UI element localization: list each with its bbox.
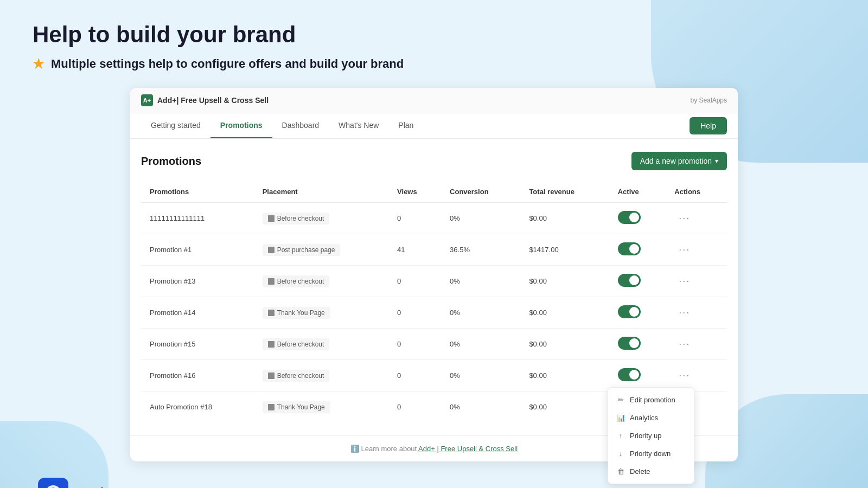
footer-text: Learn more about bbox=[361, 445, 419, 453]
active-toggle[interactable] bbox=[618, 305, 641, 318]
table-header-row: Promotions Placement Views Conversion To… bbox=[141, 181, 727, 203]
app-main: Promotions Add a new promotion ▾ Promoti… bbox=[130, 139, 738, 435]
row-views: 0 bbox=[388, 391, 441, 423]
table-row: Promotion #14Thank You Page00%$0.00··· bbox=[141, 297, 727, 329]
active-toggle[interactable] bbox=[618, 274, 641, 287]
row-revenue: $0.00 bbox=[520, 203, 609, 234]
footer-link[interactable]: Add+ | Free Upsell & Cross Sell bbox=[418, 445, 518, 453]
row-revenue: $1417.00 bbox=[520, 234, 609, 266]
table-wrapper: Promotions Placement Views Conversion To… bbox=[141, 181, 727, 422]
context-menu-analytics[interactable]: 📊 Analytics bbox=[608, 409, 694, 427]
row-views: 0 bbox=[388, 360, 441, 391]
placement-icon bbox=[268, 278, 275, 285]
app-nav: Getting started Promotions Dashboard Wha… bbox=[130, 113, 738, 139]
placement-badge: Thank You Page bbox=[263, 401, 330, 413]
row-promotion-name: Promotion #13 bbox=[141, 266, 254, 297]
context-menu-edit[interactable]: ✏ Edit promotion bbox=[608, 391, 694, 409]
active-toggle[interactable] bbox=[618, 337, 641, 350]
priority-up-label: Priority up bbox=[630, 432, 662, 440]
tab-whats-new[interactable]: What's New bbox=[329, 113, 388, 138]
tab-promotions[interactable]: Promotions bbox=[210, 113, 272, 138]
row-placement: Before checkout bbox=[254, 203, 388, 234]
row-promotion-name: 11111111111111 bbox=[141, 203, 254, 234]
priority-down-icon: ↓ bbox=[617, 450, 624, 458]
table-row: Promotion #16Before checkout00%$0.00··· bbox=[141, 360, 727, 391]
col-active: Active bbox=[609, 181, 666, 203]
active-toggle[interactable] bbox=[618, 368, 641, 381]
row-revenue: $0.00 bbox=[520, 360, 609, 391]
by-sealapps-label: by SealApps bbox=[691, 97, 727, 104]
placement-badge: Before checkout bbox=[263, 370, 330, 382]
table-row: 11111111111111Before checkout00%$0.00··· bbox=[141, 203, 727, 234]
placement-icon bbox=[268, 373, 275, 379]
col-conversion: Conversion bbox=[441, 181, 520, 203]
row-revenue: $0.00 bbox=[520, 297, 609, 329]
active-toggle[interactable] bbox=[618, 242, 641, 255]
actions-button[interactable]: ··· bbox=[674, 305, 694, 320]
app-brand: A+ Add+| Free Upsell & Cross Sell bbox=[141, 94, 269, 106]
context-menu-delete[interactable]: 🗑 Delete bbox=[608, 463, 694, 480]
help-button[interactable]: Help bbox=[690, 117, 727, 134]
row-actions: ··· bbox=[666, 297, 727, 329]
add-promotion-button[interactable]: Add a new promotion ▾ bbox=[631, 152, 727, 170]
row-conversion: 0% bbox=[441, 266, 520, 297]
row-active bbox=[609, 234, 666, 266]
row-actions: ··· bbox=[666, 203, 727, 234]
row-views: 0 bbox=[388, 297, 441, 329]
add-promotion-label: Add a new promotion bbox=[640, 157, 712, 165]
row-revenue: $0.00 bbox=[520, 266, 609, 297]
sealapps-brand-name: Sealapps bbox=[75, 485, 137, 489]
active-toggle[interactable] bbox=[618, 211, 641, 224]
row-actions: ··· bbox=[666, 266, 727, 297]
placement-badge: Post purchase page bbox=[263, 244, 341, 256]
row-placement: Before checkout bbox=[254, 329, 388, 360]
placement-icon bbox=[268, 404, 275, 410]
col-promotions: Promotions bbox=[141, 181, 254, 203]
edit-label: Edit promotion bbox=[630, 396, 675, 404]
priority-up-icon: ↑ bbox=[617, 432, 624, 440]
app-header: A+ Add+| Free Upsell & Cross Sell by Sea… bbox=[130, 88, 738, 113]
actions-button[interactable]: ··· bbox=[674, 368, 694, 383]
analytics-label: Analytics bbox=[630, 414, 658, 422]
row-views: 0 bbox=[388, 329, 441, 360]
row-promotion-name: Promotion #1 bbox=[141, 234, 254, 266]
tab-plan[interactable]: Plan bbox=[388, 113, 423, 138]
row-conversion: 0% bbox=[441, 360, 520, 391]
placement-icon bbox=[268, 247, 275, 253]
actions-button[interactable]: ··· bbox=[674, 242, 694, 258]
row-revenue: $0.00 bbox=[520, 329, 609, 360]
context-menu-priority-up[interactable]: ↑ Priority up bbox=[608, 427, 694, 445]
placement-text: Thank You Page bbox=[277, 309, 325, 317]
toggle-slider bbox=[618, 305, 641, 318]
row-placement: Thank You Page bbox=[254, 297, 388, 329]
delete-icon: 🗑 bbox=[617, 467, 624, 476]
row-promotion-name: Promotion #16 bbox=[141, 360, 254, 391]
tab-getting-started[interactable]: Getting started bbox=[141, 113, 210, 138]
context-menu: ✏ Edit promotion 📊 Analytics ↑ Priority … bbox=[608, 387, 694, 484]
table-row: Promotion #13Before checkout00%$0.00··· bbox=[141, 266, 727, 297]
table-row: Promotion #15Before checkout00%$0.00··· bbox=[141, 329, 727, 360]
placement-icon bbox=[268, 310, 275, 316]
sealapps-logo-icon bbox=[38, 478, 68, 488]
actions-button[interactable]: ··· bbox=[674, 210, 694, 226]
row-promotion-name: Auto Promotion #18 bbox=[141, 391, 254, 423]
actions-button[interactable]: ··· bbox=[674, 336, 694, 352]
row-placement: Post purchase page bbox=[254, 234, 388, 266]
app-logo-icon: A+ bbox=[141, 94, 153, 106]
bottom-brand: Sealapps bbox=[33, 478, 835, 488]
col-total-revenue: Total revenue bbox=[520, 181, 609, 203]
tab-dashboard[interactable]: Dashboard bbox=[272, 113, 329, 138]
delete-label: Delete bbox=[630, 467, 650, 476]
row-views: 0 bbox=[388, 266, 441, 297]
actions-button[interactable]: ··· bbox=[674, 273, 694, 289]
row-conversion: 0% bbox=[441, 391, 520, 423]
toggle-slider bbox=[618, 211, 641, 224]
placement-icon bbox=[268, 215, 275, 222]
context-menu-priority-down[interactable]: ↓ Priority down bbox=[608, 445, 694, 463]
row-promotion-name: Promotion #14 bbox=[141, 297, 254, 329]
row-actions: ··· bbox=[666, 234, 727, 266]
placement-badge: Before checkout bbox=[263, 213, 330, 224]
placement-icon bbox=[268, 341, 275, 348]
table-row: Promotion #1Post purchase page4136.5%$14… bbox=[141, 234, 727, 266]
placement-text: Thank You Page bbox=[277, 403, 325, 411]
